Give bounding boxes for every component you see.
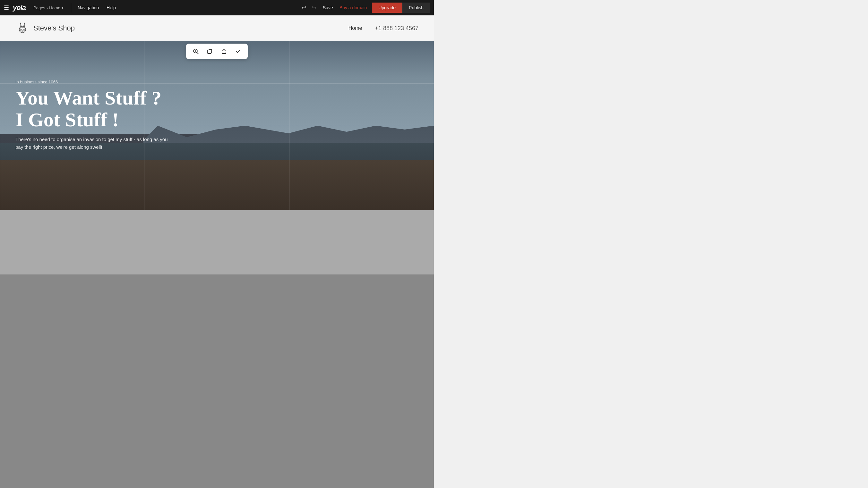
hero-tagline: In business since 1066 <box>16 79 418 84</box>
site-logo-area: Steve's Shop <box>16 21 75 35</box>
hero-subtext: There's no need to organise an invasion … <box>16 136 169 151</box>
buy-domain-button[interactable]: Buy a domain <box>340 5 367 10</box>
undo-button[interactable]: ↩ <box>302 4 306 11</box>
site-nav-home-link[interactable]: Home <box>348 25 362 31</box>
hero-headline: You Want Stuff ? I Got Stuff ! <box>16 87 418 130</box>
upload-button[interactable] <box>218 45 230 57</box>
save-button[interactable]: Save <box>323 5 333 10</box>
yola-logo: yola <box>13 3 26 12</box>
image-floating-toolbar <box>186 43 248 59</box>
pages-nav-item[interactable]: Pages › Home ▾ <box>33 5 70 10</box>
zoom-button[interactable] <box>190 45 202 57</box>
site-header: Steve's Shop Home +1 888 123 4567 <box>0 15 434 41</box>
svg-point-3 <box>23 30 24 30</box>
site-phone: +1 888 123 4567 <box>375 25 418 32</box>
hero-headline-line2: I Got Stuff ! <box>16 109 119 130</box>
help-link[interactable]: Help <box>106 5 116 10</box>
nav-separator <box>71 3 71 12</box>
hero-section: In business since 1066 You Want Stuff ? … <box>0 41 434 210</box>
svg-line-8 <box>197 53 198 54</box>
check-icon <box>235 48 241 55</box>
publish-button[interactable]: Publish <box>402 3 430 13</box>
copy-icon <box>207 48 213 55</box>
preview-wrapper: Steve's Shop Home +1 888 123 4567 <box>0 15 434 488</box>
pages-label: Pages <box>33 5 45 10</box>
copy-button[interactable] <box>204 45 216 57</box>
navigation-link[interactable]: Navigation <box>78 5 99 10</box>
upgrade-button[interactable]: Upgrade <box>372 3 402 13</box>
svg-point-0 <box>19 26 26 33</box>
hero-headline-line1: You Want Stuff ? <box>16 87 161 109</box>
upload-icon <box>221 48 227 55</box>
site-nav-right: Home +1 888 123 4567 <box>348 25 418 32</box>
home-page-label[interactable]: Home <box>49 5 60 10</box>
site-title: Steve's Shop <box>33 24 75 32</box>
svg-point-2 <box>21 30 22 30</box>
rabbit-logo-icon <box>16 21 30 35</box>
page-dropdown-icon[interactable]: ▾ <box>62 6 63 10</box>
svg-point-4 <box>22 30 23 31</box>
zoom-icon <box>192 48 199 55</box>
redo-button[interactable]: ↪ <box>312 4 316 11</box>
confirm-button[interactable] <box>232 45 244 57</box>
top-navigation-bar: ☰ yola Pages › Home ▾ Navigation Help ↩ … <box>0 0 434 15</box>
svg-rect-11 <box>208 50 211 54</box>
hamburger-icon[interactable]: ☰ <box>4 4 9 11</box>
pages-arrow: › <box>46 5 48 10</box>
bottom-empty-area <box>0 210 434 274</box>
stones-layer <box>0 160 434 210</box>
